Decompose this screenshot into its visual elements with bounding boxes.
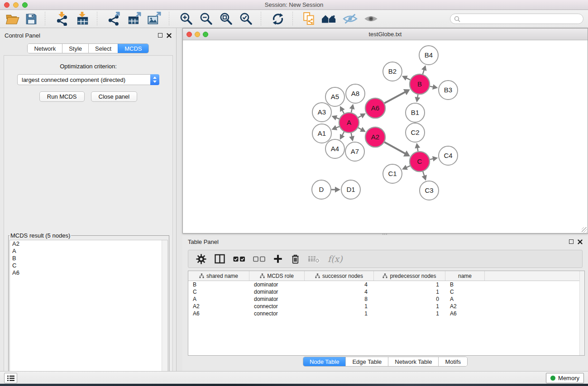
column-header-name[interactable]: name [445, 271, 485, 281]
select-all-icon[interactable] [233, 256, 245, 262]
delete-column-icon[interactable] [291, 254, 300, 264]
tab-network[interactable]: Network [28, 44, 62, 53]
table-cell[interactable]: dominator [249, 281, 305, 288]
zoom-window-button[interactable] [22, 2, 28, 8]
column-header-shared-name[interactable]: shared name [188, 271, 249, 281]
float-panel-icon[interactable] [569, 239, 574, 244]
table-cell[interactable]: 0 [374, 296, 445, 302]
first-neighbors-icon[interactable] [321, 13, 337, 25]
criterion-dropdown[interactable]: largest connected component (directed) [17, 74, 159, 85]
result-scrollbar[interactable] [162, 240, 167, 384]
close-panel-icon[interactable] [167, 33, 172, 38]
tab-style[interactable]: Style [62, 44, 88, 53]
deselect-all-icon[interactable] [253, 256, 265, 262]
import-network-icon[interactable] [55, 12, 69, 26]
table-cell[interactable]: 1 [374, 289, 445, 295]
export-table-icon[interactable] [127, 12, 141, 26]
tab-network-table[interactable]: Network Table [388, 357, 438, 366]
table-row[interactable]: Bdominator41B [188, 281, 584, 288]
network-close-button[interactable] [186, 32, 192, 37]
table-row[interactable]: A6connector11A6 [188, 310, 584, 317]
tab-edge-table[interactable]: Edge Table [345, 357, 388, 366]
zoom-in-icon[interactable] [179, 12, 193, 26]
tab-motifs[interactable]: Motifs [438, 357, 467, 366]
table-cell[interactable]: 4 [305, 289, 374, 295]
duplicate-network-icon[interactable] [303, 12, 316, 26]
delete-table-icon[interactable] [308, 254, 320, 263]
table-cell[interactable]: 1 [374, 303, 445, 310]
table-cell[interactable]: C [445, 289, 485, 295]
tab-select[interactable]: Select [88, 44, 118, 53]
node-table[interactable]: shared nameMCDS rolesuccessor nodesprede… [188, 271, 585, 356]
function-builder-icon[interactable]: f(x) [328, 254, 343, 264]
table-cell[interactable]: 1 [374, 281, 445, 288]
tab-mcds[interactable]: MCDS [118, 44, 148, 53]
zoom-selected-icon[interactable] [239, 12, 253, 26]
table-cell[interactable]: dominator [249, 289, 305, 295]
mcds-result-list[interactable]: A2ABCA6 [10, 240, 168, 385]
table-cell[interactable]: A [445, 296, 485, 302]
split-divider-grip[interactable] [382, 234, 387, 235]
table-cell[interactable]: A6 [445, 310, 485, 317]
table-cell[interactable]: connector [249, 303, 305, 310]
mcds-result-item[interactable]: C [10, 262, 167, 269]
column-header-predecessor-nodes[interactable]: predecessor nodes [374, 271, 445, 281]
table-cell[interactable]: C [188, 289, 249, 295]
mcds-result-item[interactable]: A6 [10, 269, 167, 276]
table-cell[interactable]: A [188, 296, 249, 302]
network-window-titlebar[interactable]: testGlobe.txt [183, 29, 588, 40]
table-cell[interactable]: B [188, 281, 249, 288]
show-all-icon[interactable] [363, 13, 378, 24]
table-cell[interactable]: connector [249, 310, 305, 317]
mcds-result-item[interactable]: A2 [10, 240, 167, 248]
tab-node-table[interactable]: Node Table [303, 357, 346, 366]
network-zoom-button[interactable] [203, 32, 208, 37]
run-mcds-button[interactable]: Run MCDS [39, 91, 85, 102]
table-cell[interactable]: 1 [305, 303, 374, 310]
graph-edge-A2-C[interactable] [384, 142, 406, 154]
hide-selected-icon[interactable] [343, 13, 358, 24]
column-header-MCDS-role[interactable]: MCDS role [249, 271, 305, 281]
table-scrollbar[interactable] [579, 271, 584, 355]
table-cell[interactable]: 1 [374, 310, 445, 317]
table-cell[interactable]: A2 [188, 303, 249, 310]
split-view-icon[interactable] [214, 254, 225, 264]
window-resize-grip[interactable] [582, 227, 587, 233]
float-panel-icon[interactable] [158, 33, 163, 38]
add-column-icon[interactable] [273, 254, 283, 264]
zoom-out-icon[interactable] [199, 12, 213, 26]
save-session-icon[interactable] [25, 13, 37, 25]
network-graph[interactable]: B4B2BB3A5A8A6B1A3AC2A1A2A4A7C4CC1DD1C3 [183, 41, 588, 233]
column-header-successor-nodes[interactable]: successor nodes [305, 271, 374, 281]
table-cell[interactable]: 1 [305, 310, 374, 317]
export-image-icon[interactable] [147, 12, 161, 26]
table-row[interactable]: Cdominator41C [188, 288, 584, 295]
export-network-icon[interactable] [107, 12, 121, 26]
mcds-result-item[interactable]: B [10, 255, 167, 262]
graph-edge-A6-B[interactable] [384, 92, 406, 103]
search-input[interactable] [463, 15, 579, 23]
table-row[interactable]: A2connector11A2 [188, 303, 584, 310]
network-minimize-button[interactable] [195, 32, 200, 37]
open-session-icon[interactable] [6, 13, 19, 25]
minimize-window-button[interactable] [13, 2, 19, 8]
task-history-button[interactable] [4, 373, 17, 383]
table-cell[interactable]: 8 [305, 296, 374, 302]
table-cell[interactable]: dominator [249, 296, 305, 302]
close-window-button[interactable] [4, 2, 10, 8]
settings-gear-icon[interactable] [196, 254, 206, 264]
network-canvas[interactable]: B4B2BB3A5A8A6B1A3AC2A1A2A4A7C4CC1DD1C3 [183, 41, 588, 233]
mcds-result-item[interactable]: A [10, 248, 167, 255]
zoom-fit-icon[interactable] [219, 12, 233, 26]
table-cell[interactable]: A6 [188, 310, 249, 317]
table-cell[interactable]: B [445, 281, 485, 288]
search-field[interactable] [450, 14, 583, 24]
refresh-icon[interactable] [271, 12, 285, 26]
table-cell[interactable]: 4 [305, 281, 374, 288]
table-cell[interactable]: A2 [445, 303, 485, 310]
close-panel-icon[interactable] [578, 239, 583, 244]
close-panel-button[interactable]: Close panel [91, 91, 138, 102]
memory-button[interactable]: Memory [546, 373, 584, 383]
table-row[interactable]: Adominator80A [188, 295, 584, 303]
import-table-icon[interactable] [75, 12, 89, 26]
